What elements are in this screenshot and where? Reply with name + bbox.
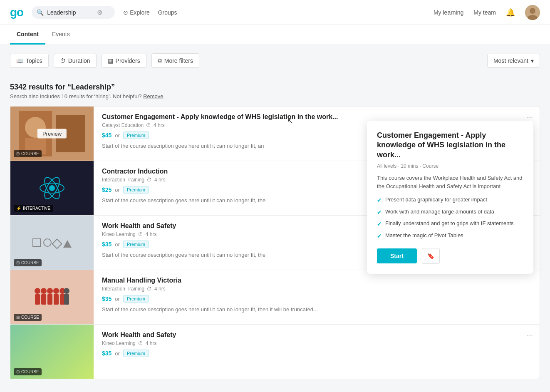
list-item: ✔ Finally understand and get to grips wi…	[377, 220, 523, 228]
search-bar[interactable]: 🔍 ⊗	[32, 6, 115, 19]
course-title[interactable]: Work Health and Safety	[102, 331, 360, 339]
svg-point-8	[35, 288, 40, 294]
book-icon: 📖	[16, 57, 23, 64]
popup-features-list: ✔ Present data graphically for greater i…	[377, 196, 523, 240]
popup-title: Customer Engagement - Apply knowledge of…	[377, 131, 523, 160]
list-item: ✔ Work with and manage large amounts of …	[377, 208, 523, 217]
nav-groups[interactable]: Groups	[158, 9, 177, 16]
list-item: ✔ Present data graphically for greater i…	[377, 196, 523, 205]
check-icon: ✔	[377, 208, 382, 217]
svg-point-1	[530, 8, 535, 14]
sliders-icon: ⧉	[158, 57, 162, 64]
course-title[interactable]: Work Health and Safety	[102, 222, 360, 230]
more-filters-btn[interactable]: ⧉ More filters	[151, 53, 199, 68]
course-icon: ⊟	[16, 261, 20, 265]
popup-actions: Start 🔖	[377, 248, 523, 264]
tabs: Content Events	[10, 25, 540, 45]
results-count: 5342 results for “Leadership”	[10, 83, 540, 92]
premium-badge: Premium	[123, 131, 149, 139]
course-info: Work Health and Safety Kineo Learning ⏱ …	[94, 325, 540, 379]
premium-badge: Premium	[123, 241, 149, 248]
course-type-badge: ⊟ COURSE	[14, 314, 42, 321]
top-nav: ⊙ Explore Groups	[123, 9, 177, 16]
popup-meta: All levels · 10 mins · Course	[377, 163, 523, 169]
tab-content[interactable]: Content	[10, 25, 45, 45]
bookmark-icon: 🔖	[427, 253, 434, 259]
course-description: Start of the course description goes her…	[102, 306, 531, 313]
check-icon: ✔	[377, 232, 382, 241]
remove-link[interactable]: Remove	[143, 93, 163, 99]
results-header: 5342 results for “Leadership” Search als…	[10, 83, 540, 99]
people-icon	[33, 283, 71, 312]
course-thumbnail[interactable]: ⚡ INTERACTIVE	[10, 161, 94, 215]
svg-rect-19	[64, 294, 69, 305]
bookmark-button[interactable]: 🔖	[422, 248, 440, 264]
course-thumbnail[interactable]: ⊟ COURSE	[10, 325, 94, 379]
course-item: ⊟ COURSE Work Health and Safety Kineo Le…	[10, 324, 540, 379]
course-meta: Interaction Training ⏱ 4 hrs	[102, 286, 531, 292]
course-popup-card: Customer Engagement - Apply knowledge of…	[367, 121, 533, 274]
course-type-badge: ⚡ INTERACTIVE	[14, 205, 53, 212]
course-thumbnail[interactable]: Preview ⊟ COURSE	[10, 107, 94, 161]
header-right: My learning My team 🔔	[434, 5, 540, 20]
svg-rect-15	[54, 294, 59, 305]
my-team-link[interactable]: My team	[473, 9, 496, 16]
start-button[interactable]: Start	[377, 248, 417, 263]
results-subtext: Search also includes 10 results for ‘hir…	[10, 93, 540, 99]
course-icon: ⊟	[16, 151, 20, 156]
search-clear-icon[interactable]: ⊗	[97, 8, 102, 16]
search-icon: 🔍	[37, 9, 44, 16]
course-info: Manual Handling Victoria Interaction Tra…	[94, 270, 540, 324]
svg-point-14	[53, 288, 59, 294]
atom-icon	[40, 176, 64, 201]
shapes-icon	[32, 238, 72, 248]
topics-filter-btn[interactable]: 📖 Topics	[10, 54, 49, 68]
course-item: ⊟ COURSE Manual Handling Victoria Intera…	[10, 270, 540, 324]
check-icon: ✔	[377, 220, 382, 228]
filters-bar: 📖 Topics ⏱ Duration ▦ Providers ⧉ More f…	[0, 45, 550, 76]
nav-explore[interactable]: ⊙ Explore	[123, 9, 149, 16]
logo[interactable]: go	[10, 6, 23, 19]
svg-point-18	[64, 288, 69, 294]
course-price: $35 or Premium	[102, 295, 531, 303]
course-icon: ⊟	[16, 315, 20, 320]
course-meta: Kineo Learning ⏱ 4 hrs	[102, 340, 531, 346]
my-learning-link[interactable]: My learning	[434, 9, 463, 16]
svg-point-12	[47, 288, 53, 294]
course-title[interactable]: Contractor Induction	[102, 168, 360, 175]
premium-badge: Premium	[123, 350, 149, 357]
sort-btn[interactable]: Most relevant ▾	[487, 54, 540, 68]
more-options-btn[interactable]: ···	[527, 331, 533, 340]
course-thumbnail[interactable]: ⊟ COURSE	[10, 216, 94, 270]
course-title[interactable]: Manual Handling Victoria	[102, 277, 360, 284]
tab-bar: Content Events	[0, 25, 550, 45]
course-type-badge: ⊟ COURSE	[14, 259, 42, 266]
compass-icon: ⊙	[123, 9, 128, 16]
providers-filter-btn[interactable]: ▦ Providers	[102, 54, 146, 68]
logo-text: go	[10, 6, 23, 19]
course-type-badge: ⊟ COURSE	[14, 368, 42, 375]
svg-rect-9	[35, 294, 40, 305]
svg-rect-13	[47, 294, 52, 305]
chevron-down-icon: ▾	[531, 57, 534, 64]
course-type-badge: ⊟ COURSE	[14, 150, 42, 157]
clock-icon: ⏱	[60, 57, 66, 64]
course-title[interactable]: Customer Engagement - Apply knowledge of…	[102, 113, 360, 121]
duration-filter-btn[interactable]: ⏱ Duration	[54, 54, 97, 68]
course-icon: ⊟	[16, 370, 20, 374]
list-item: ✔ Master the magic of Pivot Tables	[377, 232, 523, 241]
interactive-icon: ⚡	[16, 206, 21, 211]
svg-rect-11	[41, 294, 46, 305]
header: go 🔍 ⊗ ⊙ Explore Groups My learning My t…	[0, 0, 550, 25]
tab-events[interactable]: Events	[45, 25, 77, 45]
user-avatar[interactable]	[525, 5, 540, 20]
grid-icon: ▦	[108, 57, 113, 64]
svg-point-10	[41, 288, 47, 294]
course-price: $35 or Premium	[102, 350, 531, 357]
check-icon: ✔	[377, 196, 382, 205]
notification-bell-icon[interactable]: 🔔	[506, 8, 515, 17]
course-thumbnail[interactable]: ⊟ COURSE	[10, 270, 94, 324]
premium-badge: Premium	[123, 186, 149, 194]
premium-badge: Premium	[123, 295, 149, 303]
search-input[interactable]	[47, 9, 97, 16]
